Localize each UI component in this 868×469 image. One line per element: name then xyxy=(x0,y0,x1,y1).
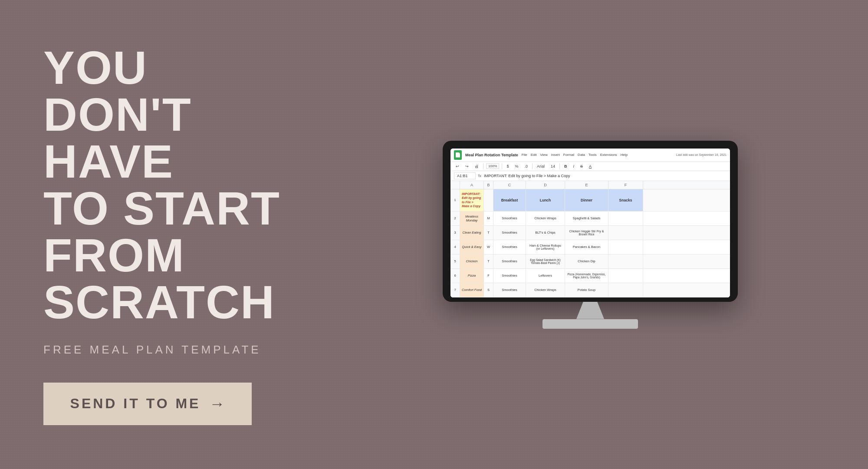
cell-breakfast-3: Smoothies xyxy=(493,226,526,240)
cell-lunch-5: Egg Salad Sandwich (K) Tomato-Basil Pani… xyxy=(526,254,565,268)
left-panel: YOU DON'T HAVE TO START FROM SCRATCH FRE… xyxy=(0,0,330,469)
cell-theme-3: Clean Eating xyxy=(460,226,484,240)
sheets-title: Meal Plan Rotation Template xyxy=(465,153,518,157)
cell-theme-5: Chicken xyxy=(460,254,484,268)
monitor: Meal Plan Rotation Template File Edit Vi… xyxy=(443,141,738,329)
cell-dinner-4: Pancakes & Bacon xyxy=(565,240,608,254)
formula-content: IMPORTANT: Edit by going to File > Make … xyxy=(484,174,727,178)
menu-tools[interactable]: Tools xyxy=(589,153,597,157)
cell-snacks-7 xyxy=(608,283,643,297)
cell-snacks-4 xyxy=(608,240,643,254)
cell-day-3: T xyxy=(484,226,493,240)
headline-line3: SCRATCH xyxy=(43,276,275,328)
row-num-7: 7 xyxy=(450,283,460,297)
table-row: 2 Meatless Monday M Smoothies Chicken Wr… xyxy=(450,211,730,226)
cta-label: SEND IT TO ME xyxy=(70,396,201,412)
cell-lunch-header: Lunch xyxy=(526,189,565,211)
table-row: 7 Comfort Food S Smoothies Chicken Wraps… xyxy=(450,283,730,297)
cell-dinner-6: Pizza (Homemade, Digiornios, Papa John's… xyxy=(565,269,608,283)
cell-theme-2: Meatless Monday xyxy=(460,211,484,225)
cell-dinner-5: Chicken Dip xyxy=(565,254,608,268)
menu-format[interactable]: Format xyxy=(563,153,574,157)
decimal-button[interactable]: .0 xyxy=(523,163,530,169)
monitor-base xyxy=(542,319,638,329)
row-num-5: 5 xyxy=(450,254,460,268)
toolbar-divider xyxy=(483,163,483,169)
cell-lunch-3: BLT's & Chips xyxy=(526,226,565,240)
cell-day-7: S xyxy=(484,283,493,297)
font-select[interactable]: Arial xyxy=(535,163,546,169)
monitor-screen-outer: Meal Plan Rotation Template File Edit Vi… xyxy=(443,141,738,302)
send-it-to-me-button[interactable]: SEND IT TO ME → xyxy=(43,383,252,425)
subtitle: FREE MEAL PLAN TEMPLATE xyxy=(43,343,295,357)
cell-dinner-7: Potato Soup xyxy=(565,283,608,297)
row-num-3: 3 xyxy=(450,226,460,240)
right-panel: Meal Plan Rotation Template File Edit Vi… xyxy=(330,0,868,469)
zoom-control[interactable]: 100% xyxy=(486,163,499,169)
cell-reference[interactable]: A1:B1 xyxy=(454,172,476,179)
last-edit-text: Last edit was on September 16, 2021 xyxy=(676,153,727,156)
sheets-toolbar: ↩ ↪ 🖨 100% $ % .0 Arial 14 B I S A xyxy=(450,162,730,171)
percent-button[interactable]: % xyxy=(513,163,520,169)
cell-lunch-6: Leftovers xyxy=(526,269,565,283)
cell-snacks-6 xyxy=(608,269,643,283)
italic-button[interactable]: I xyxy=(572,163,576,169)
row-num-6: 6 xyxy=(450,269,460,283)
cell-breakfast-4: Smoothies xyxy=(493,240,526,254)
menu-edit[interactable]: Edit xyxy=(531,153,537,157)
table-row: 3 Clean Eating T Smoothies BLT's & Chips… xyxy=(450,226,730,240)
cell-1b xyxy=(484,189,493,211)
cell-breakfast-header: Breakfast xyxy=(493,189,526,211)
cell-breakfast-2: Smoothies xyxy=(493,211,526,225)
font-size[interactable]: 14 xyxy=(549,163,557,169)
menu-data[interactable]: Data xyxy=(578,153,585,157)
arrow-icon: → xyxy=(209,395,225,413)
bold-button[interactable]: B xyxy=(562,163,569,169)
table-row: 1 IMPORTANT: Edit by going to File > Mak… xyxy=(450,189,730,211)
strikethrough-button[interactable]: S xyxy=(579,163,585,169)
cell-day-5: T xyxy=(484,254,493,268)
cell-day-2: M xyxy=(484,211,493,225)
headline: YOU DON'T HAVE TO START FROM SCRATCH xyxy=(43,44,295,326)
cell-important-text: IMPORTANT: Edit by going to File > Make … xyxy=(460,189,484,211)
col-header-f: F xyxy=(608,181,643,189)
table-row: 6 Pizza F Smoothies Leftovers Pizza (Hom… xyxy=(450,269,730,283)
cell-lunch-7: Chicken Wraps xyxy=(526,283,565,297)
undo-button[interactable]: ↩ xyxy=(454,163,461,169)
print-button[interactable]: 🖨 xyxy=(473,163,480,169)
row-num-1: 1 xyxy=(450,189,460,211)
cell-breakfast-7: Smoothies xyxy=(493,283,526,297)
column-headers-row: A B C D E F xyxy=(450,181,730,189)
menu-view[interactable]: View xyxy=(540,153,548,157)
toolbar-divider-2 xyxy=(502,163,502,169)
cell-breakfast-6: Smoothies xyxy=(493,269,526,283)
redo-button[interactable]: ↪ xyxy=(464,163,470,169)
cell-snacks-2 xyxy=(608,211,643,225)
underline-button[interactable]: A xyxy=(587,163,593,169)
monitor-screen-inner: Meal Plan Rotation Template File Edit Vi… xyxy=(450,149,730,297)
menu-help[interactable]: Help xyxy=(621,153,628,157)
cell-theme-6: Pizza xyxy=(460,269,484,283)
sheets-logo-icon xyxy=(454,150,462,160)
cell-day-4: W xyxy=(484,240,493,254)
sheets-titlebar: Meal Plan Rotation Template File Edit Vi… xyxy=(450,149,730,162)
currency-button[interactable]: $ xyxy=(505,163,510,169)
cell-theme-4: Quick & Easy xyxy=(460,240,484,254)
menu-extensions[interactable]: Extensions xyxy=(600,153,617,157)
sheets-menu: File Edit View Insert Format Data Tools … xyxy=(522,153,628,157)
cell-snacks-3 xyxy=(608,226,643,240)
menu-file[interactable]: File xyxy=(522,153,527,157)
cell-lunch-4: Ham & Cheese Rollups (or Leftovers) xyxy=(526,240,565,254)
cell-lunch-2: Chicken Wraps xyxy=(526,211,565,225)
spreadsheet: A B C D E F 1 IMPORTANT: Edit by going t… xyxy=(450,181,730,297)
col-header-d: D xyxy=(526,181,565,189)
cell-snacks-5 xyxy=(608,254,643,268)
cell-theme-7: Comfort Food xyxy=(460,283,484,297)
row-num-header xyxy=(450,181,460,189)
table-row: 5 Chicken T Smoothies Egg Salad Sandwich… xyxy=(450,254,730,269)
row-num-2: 2 xyxy=(450,211,460,225)
menu-insert[interactable]: Insert xyxy=(551,153,560,157)
toolbar-divider-4 xyxy=(559,163,560,169)
cell-dinner-3: Chicken Veggie Stir Fry & Brown Rice xyxy=(565,226,608,240)
fx-label: fx xyxy=(478,174,481,178)
